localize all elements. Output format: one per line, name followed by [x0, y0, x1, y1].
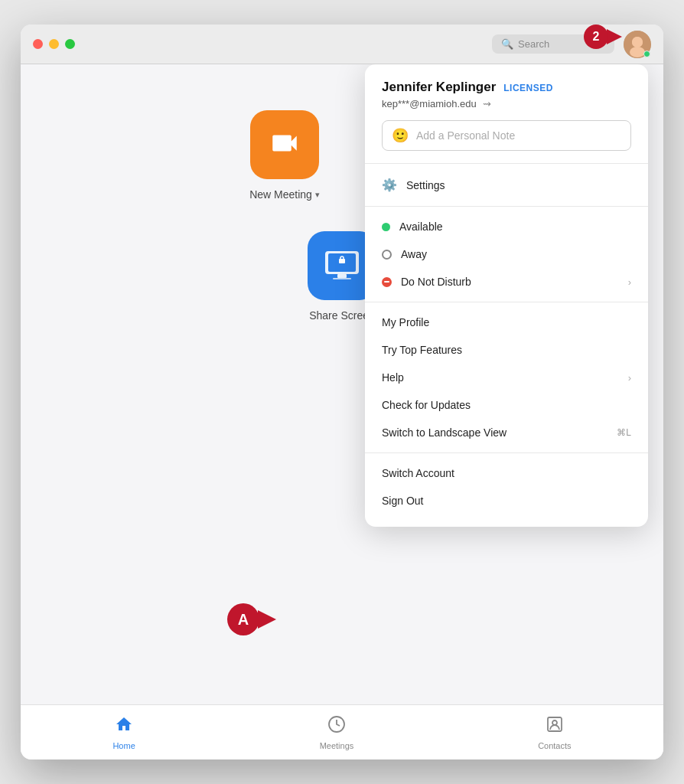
svg-rect-7: [333, 278, 351, 279]
new-meeting-chevron: ▾: [315, 190, 320, 200]
maximize-button[interactable]: [65, 39, 75, 49]
try-top-features-item[interactable]: Try Top Features: [365, 336, 648, 364]
svg-point-3: [632, 37, 643, 47]
my-profile-item[interactable]: My Profile: [365, 309, 648, 336]
sign-out-label: Sign Out: [382, 495, 631, 507]
available-label: Available: [399, 220, 631, 233]
check-updates-item[interactable]: Check for Updates: [365, 391, 648, 419]
dropdown-menu: Jennifer Keplinger LICENSED kep***@miami…: [365, 64, 648, 527]
try-top-features-label: Try Top Features: [382, 344, 631, 356]
menu-note-placeholder: Add a Personal Note: [416, 129, 515, 142]
new-meeting-label: New Meeting ▾: [249, 188, 320, 201]
menu-email-row: kep***@miamioh.edu ⇝: [382, 98, 631, 109]
menu-user-row: Jennifer Keplinger LICENSED: [382, 80, 631, 95]
settings-label: Settings: [406, 179, 631, 191]
menu-licensed-badge: LICENSED: [503, 83, 553, 93]
badge-2-callout: 2: [584, 24, 622, 49]
switch-account-item[interactable]: Switch Account: [365, 459, 648, 487]
tab-home-label: Home: [112, 741, 135, 750]
tab-meetings-label: Meetings: [320, 741, 354, 750]
tab-contacts[interactable]: Contacts: [515, 709, 594, 756]
new-meeting-action[interactable]: New Meeting ▾: [249, 110, 320, 201]
main-content: New Meeting ▾ 19: [21, 64, 663, 704]
eye-icon[interactable]: ⇝: [483, 98, 491, 109]
settings-section: ⚙️ Settings: [365, 164, 648, 207]
dnd-status-icon: [382, 277, 392, 287]
search-icon: 🔍: [501, 38, 513, 50]
svg-rect-8: [339, 259, 345, 263]
main-menu-section: My Profile Try Top Features Help › Check…: [365, 302, 648, 453]
gear-icon: ⚙️: [382, 178, 397, 192]
help-chevron: ›: [628, 372, 631, 384]
status-section: Available Away Do Not Disturb ›: [365, 207, 648, 302]
tab-meetings[interactable]: Meetings: [297, 709, 377, 756]
badge-2-arrow: [607, 29, 622, 44]
bottom-menu-section: Switch Account Sign Out: [365, 453, 648, 521]
tab-contacts-label: Contacts: [538, 741, 571, 750]
switch-landscape-label: Switch to Landscape View: [382, 426, 607, 439]
monitor-icon: [322, 250, 362, 282]
menu-user-name: Jennifer Keplinger: [382, 80, 496, 95]
badge-2-circle: 2: [584, 24, 608, 49]
switch-landscape-shortcut: ⌘L: [617, 427, 631, 438]
dnd-label: Do Not Disturb: [401, 276, 619, 288]
a-callout: A: [227, 603, 276, 635]
menu-header: Jennifer Keplinger LICENSED kep***@miami…: [365, 64, 648, 164]
tab-bar: Home Meetings Contacts: [21, 704, 663, 760]
a-badge-arrow: [258, 610, 276, 629]
away-status-icon: [382, 250, 392, 260]
help-item[interactable]: Help ›: [365, 364, 648, 391]
title-bar: 🔍 Search 2: [21, 24, 663, 64]
sign-out-item[interactable]: Sign Out: [365, 487, 648, 514]
search-placeholder: Search: [518, 38, 549, 50]
help-label: Help: [382, 371, 619, 384]
close-button[interactable]: [33, 39, 43, 49]
avatar-status-dot: [643, 51, 650, 57]
switch-landscape-item[interactable]: Switch to Landscape View ⌘L: [365, 419, 648, 446]
svg-rect-6: [337, 274, 347, 278]
tab-home[interactable]: Home: [90, 709, 158, 756]
new-meeting-text: New Meeting: [249, 188, 312, 201]
smiley-icon: 🙂: [392, 127, 409, 144]
avatar-container[interactable]: 2: [624, 31, 651, 58]
available-status-dot: [382, 223, 390, 231]
minimize-button[interactable]: [49, 39, 59, 49]
camera-icon: [269, 127, 301, 162]
check-updates-label: Check for Updates: [382, 399, 631, 411]
switch-account-label: Switch Account: [382, 467, 631, 479]
settings-menu-item[interactable]: ⚙️ Settings: [365, 170, 648, 200]
svg-point-2: [630, 47, 645, 57]
app-window: 🔍 Search 2: [21, 24, 663, 760]
status-dnd-item[interactable]: Do Not Disturb ›: [365, 268, 648, 296]
new-meeting-icon-bg: [250, 110, 319, 179]
traffic-lights: [33, 39, 75, 49]
svg-point-12: [552, 720, 557, 725]
menu-note-field[interactable]: 🙂 Add a Personal Note: [382, 120, 631, 151]
status-away-item[interactable]: Away: [365, 240, 648, 268]
home-icon: [115, 715, 133, 738]
status-available-item[interactable]: Available: [365, 213, 648, 240]
dnd-chevron: ›: [628, 276, 631, 288]
my-profile-label: My Profile: [382, 316, 631, 328]
meetings-icon: [327, 715, 346, 738]
contacts-icon: [546, 715, 564, 738]
away-label: Away: [401, 248, 631, 260]
menu-email: kep***@miamioh.edu: [382, 98, 477, 109]
a-badge-circle: A: [227, 603, 259, 635]
